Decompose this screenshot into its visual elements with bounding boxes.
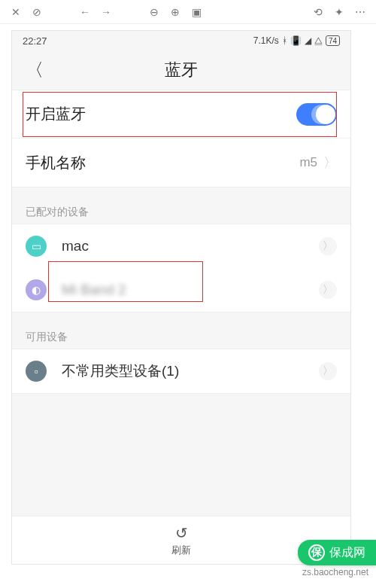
rotate-icon[interactable]: ⟲ — [310, 4, 326, 20]
refresh-label: 刷新 — [171, 544, 191, 557]
watermark-text: 保成网 — [329, 545, 365, 561]
bluetooth-icon: ᚼ — [282, 35, 287, 46]
available-section-header: 可用设备 — [12, 323, 350, 349]
status-bar: 22:27 7.1K/s ᚼ 📳 ◢ ⧋ 74 — [12, 31, 350, 50]
status-icons: 7.1K/s ᚼ 📳 ◢ ⧋ 74 — [253, 35, 340, 46]
bluetooth-toggle[interactable] — [296, 103, 337, 126]
device-name: 不常用类型设备(1) — [62, 361, 319, 381]
chevron-right-icon[interactable]: 〉 — [319, 281, 337, 299]
vibrate-icon: 📳 — [290, 35, 302, 46]
zoom-out-icon[interactable]: ⊖ — [146, 4, 162, 20]
phone-name-value: m5 — [299, 155, 317, 170]
net-speed: 7.1K/s — [253, 35, 279, 46]
fit-width-icon[interactable]: ▣ — [188, 4, 205, 20]
watermark-url: zs.baocheng.net — [302, 567, 368, 577]
enable-bluetooth-label: 开启蓝牙 — [26, 104, 296, 124]
paired-device-mac[interactable]: ▭ mac 〉 — [12, 224, 350, 268]
zoom-in-icon[interactable]: ⊕ — [167, 4, 183, 20]
more-icon[interactable]: ⋯ — [352, 4, 368, 20]
device-name: mac — [62, 238, 319, 254]
refresh-icon: ↺ — [175, 524, 188, 542]
battery-icon: 74 — [326, 35, 340, 46]
other-device-icon: ▫ — [26, 361, 47, 382]
tools-icon[interactable]: ✦ — [331, 4, 347, 20]
chevron-right-icon[interactable]: 〉 — [319, 237, 337, 255]
back-arrow-icon[interactable]: ← — [77, 4, 93, 20]
phone-name-label: 手机名称 — [26, 153, 299, 173]
watermark-icon: 保 — [308, 544, 325, 561]
main-settings-card: 开启蓝牙 手机名称 m5 〉 — [12, 90, 350, 187]
wearable-icon: ◐ — [26, 279, 47, 300]
stop-icon[interactable]: ⊘ — [29, 4, 45, 20]
phone-name-row[interactable]: 手机名称 m5 〉 — [12, 139, 350, 187]
close-icon[interactable]: ✕ — [8, 4, 24, 20]
enable-bluetooth-row[interactable]: 开启蓝牙 — [12, 90, 350, 139]
signal-icon: ◢ — [305, 35, 311, 46]
browser-toolbar: ✕ ⊘ ← → ⊖ ⊕ ▣ ⟲ ✦ ⋯ — [0, 0, 376, 24]
paired-section-header: 已配对的设备 — [12, 198, 350, 224]
chevron-right-icon[interactable]: 〉 — [319, 362, 337, 380]
paired-device-band[interactable]: ◐ Mi Band 2 〉 — [12, 268, 350, 312]
page-title: 蓝牙 — [12, 59, 350, 81]
forward-arrow-icon[interactable]: → — [98, 4, 114, 20]
available-devices-card: ▫ 不常用类型设备(1) 〉 — [12, 349, 350, 394]
status-time: 22:27 — [23, 35, 47, 47]
page-header: 〈 蓝牙 — [12, 50, 350, 90]
wifi-icon: ⧋ — [314, 35, 323, 46]
watermark-badge: 保 保成网 — [298, 540, 376, 565]
phone-screen: 22:27 7.1K/s ᚼ 📳 ◢ ⧋ 74 〈 蓝牙 开启蓝牙 手机名称 m… — [11, 30, 351, 565]
available-device-other[interactable]: ▫ 不常用类型设备(1) 〉 — [12, 349, 350, 393]
chevron-right-icon: 〉 — [323, 154, 337, 172]
paired-devices-card: ▭ mac 〉 ◐ Mi Band 2 〉 — [12, 224, 350, 312]
toggle-knob — [316, 105, 335, 124]
device-name: Mi Band 2 — [62, 282, 319, 298]
laptop-icon: ▭ — [26, 236, 47, 257]
